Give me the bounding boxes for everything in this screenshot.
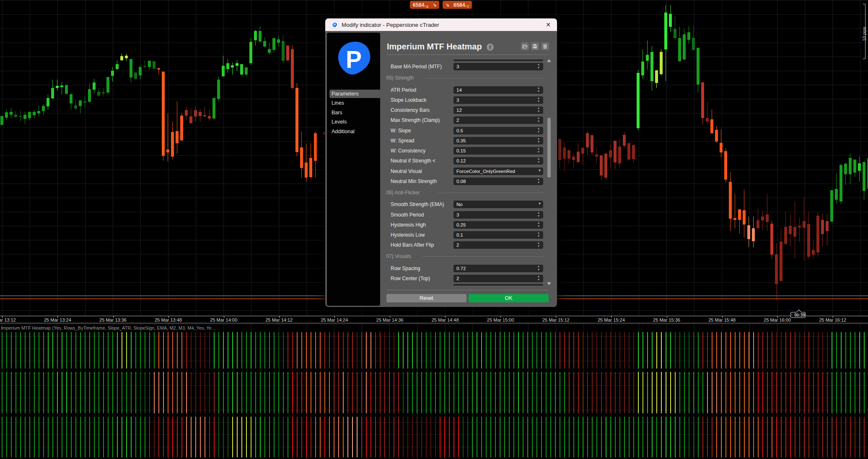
candle[interactable]	[798, 218, 801, 242]
candle[interactable]	[789, 215, 792, 246]
tab-additional[interactable]: Additional	[329, 127, 380, 136]
param-input-hysteresis-low[interactable]: 0.1	[453, 231, 543, 239]
stepper-arrows-icon[interactable]	[538, 222, 542, 228]
param-input-neutral-min-strength[interactable]: 0.08	[453, 178, 543, 185]
save-template-button[interactable]	[531, 42, 539, 50]
candle[interactable]	[853, 160, 856, 178]
candle[interactable]	[600, 155, 603, 180]
candle[interactable]	[65, 85, 68, 95]
candle[interactable]	[217, 77, 220, 101]
candle[interactable]	[660, 49, 663, 76]
candle[interactable]	[618, 139, 621, 168]
stepper-arrows-icon[interactable]	[538, 63, 542, 70]
candle[interactable]	[111, 67, 114, 82]
parameters-scroll-area[interactable]: Base MA Period (MTF)305) StrengthATR Per…	[382, 59, 554, 286]
candle[interactable]	[591, 134, 593, 155]
candle[interactable]	[134, 72, 137, 79]
candle[interactable]	[609, 144, 612, 168]
candle[interactable]	[51, 80, 54, 99]
candle[interactable]	[116, 60, 119, 70]
candle[interactable]	[0, 116, 3, 125]
candle[interactable]	[567, 150, 570, 164]
close-icon[interactable]: ✕	[543, 19, 554, 30]
candle[interactable]	[47, 95, 49, 110]
candle[interactable]	[637, 70, 640, 130]
candle[interactable]	[74, 100, 77, 110]
candle[interactable]	[761, 211, 764, 230]
tab-levels[interactable]: Levels	[329, 118, 380, 126]
candle[interactable]	[650, 46, 653, 91]
dialog-titlebar[interactable]: P Modify indicator - Pepperstone cTrader…	[325, 18, 557, 31]
param-input-atr-period[interactable]: 14	[453, 86, 543, 94]
candle[interactable]	[10, 108, 13, 119]
candle[interactable]	[240, 64, 243, 76]
candle[interactable]	[180, 113, 183, 142]
candle[interactable]	[268, 43, 271, 55]
candle[interactable]	[849, 153, 852, 184]
candle[interactable]	[189, 108, 192, 124]
candle[interactable]	[60, 82, 63, 95]
candle[interactable]	[697, 48, 700, 93]
stepper-arrows-icon[interactable]	[538, 147, 542, 154]
param-input-w-spread[interactable]: 0.35	[453, 137, 543, 144]
stepper-arrows-icon[interactable]	[538, 107, 542, 113]
candle[interactable]	[203, 107, 206, 117]
candle[interactable]	[844, 162, 847, 185]
candle[interactable]	[641, 49, 644, 78]
candle[interactable]	[37, 106, 40, 116]
param-input-slope-lookback[interactable]: 3	[453, 96, 543, 104]
stepper-arrows-icon[interactable]	[538, 211, 542, 218]
candle[interactable]	[120, 54, 123, 61]
candle[interactable]	[678, 27, 681, 62]
heatmap-indicator-pane[interactable]	[0, 323, 868, 459]
candle[interactable]	[19, 111, 22, 121]
candle[interactable]	[282, 35, 285, 63]
info-icon[interactable]: f	[487, 44, 494, 51]
candle[interactable]	[572, 154, 575, 168]
tab-bars[interactable]: Bars	[329, 108, 380, 117]
candle[interactable]	[185, 107, 188, 121]
reset-button[interactable]: Reset	[386, 294, 466, 302]
stepper-arrows-icon[interactable]	[538, 97, 542, 103]
param-input-hold-bars-after-flip[interactable]: 2	[453, 241, 543, 249]
candle[interactable]	[148, 61, 151, 70]
candle[interactable]	[701, 82, 704, 125]
candle[interactable]	[194, 107, 197, 121]
param-input-hysteresis-high[interactable]: 0.25	[453, 221, 543, 229]
candle[interactable]	[793, 201, 796, 259]
candle[interactable]	[249, 38, 252, 65]
param-input-neutral-if-strength[interactable]: 0.12	[453, 157, 543, 165]
stepper-arrows-icon[interactable]	[538, 87, 542, 93]
stepper-arrows-icon[interactable]	[538, 127, 542, 134]
candle[interactable]	[646, 41, 649, 70]
open-template-button[interactable]	[521, 42, 529, 50]
candle[interactable]	[724, 148, 727, 183]
candle[interactable]	[272, 38, 275, 53]
candle[interactable]	[604, 152, 607, 181]
candle[interactable]	[254, 30, 257, 46]
candle[interactable]	[738, 209, 741, 234]
param-select-smooth-strength-ema[interactable]: No	[453, 201, 543, 208]
candle[interactable]	[14, 111, 17, 118]
candle[interactable]	[291, 45, 294, 90]
candle[interactable]	[563, 142, 566, 171]
candle[interactable]	[752, 217, 755, 248]
candle[interactable]	[683, 29, 686, 60]
candle[interactable]	[830, 190, 833, 222]
candle[interactable]	[231, 62, 234, 75]
param-input-w-slope[interactable]: 0.5	[453, 127, 543, 134]
param-input-row-center-top[interactable]: 2	[453, 275, 543, 282]
scroll-up-icon[interactable]	[547, 59, 551, 62]
stepper-arrows-icon[interactable]	[538, 232, 542, 238]
candle[interactable]	[309, 143, 312, 179]
candle[interactable]	[5, 110, 8, 120]
candle[interactable]	[821, 214, 824, 246]
candle[interactable]	[577, 143, 580, 163]
candle[interactable]	[614, 141, 617, 169]
param-input-row-spacing[interactable]: 0.72	[453, 265, 543, 272]
candle[interactable]	[595, 147, 598, 164]
candle[interactable]	[766, 194, 769, 231]
candle[interactable]	[208, 110, 211, 121]
candle[interactable]	[259, 26, 262, 43]
candle[interactable]	[139, 65, 142, 80]
